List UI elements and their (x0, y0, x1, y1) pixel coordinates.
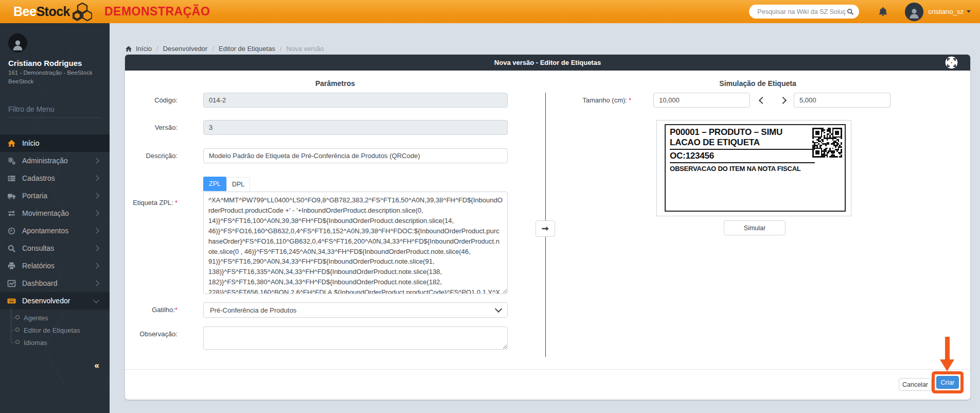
sidebar-item-consultas[interactable]: Consultas (0, 239, 110, 257)
tab-dpl[interactable]: DPL (226, 177, 250, 191)
breadcrumb-item-label: Início (136, 45, 152, 53)
printer-icon (7, 262, 16, 270)
sidebar-item-dashboard[interactable]: Dashboard (0, 274, 110, 292)
qr-code (812, 128, 842, 158)
user-avatar[interactable] (905, 3, 923, 21)
sidebar-avatar (8, 33, 27, 53)
sidebar-item-movimentacao[interactable]: Movimentação (0, 204, 110, 222)
breadcrumb-item-inicio[interactable]: Início (125, 45, 152, 53)
clock-icon (7, 227, 16, 235)
label-height-input[interactable] (794, 93, 890, 108)
home-icon (125, 45, 132, 53)
sidebar-item-label: Consultas (22, 244, 94, 252)
sidebar-subitem-idiomas[interactable]: Idiomas (0, 336, 110, 349)
chevron-right-icon (93, 158, 99, 163)
username[interactable]: cristiano_sz (928, 8, 964, 15)
menu-filter (8, 105, 101, 118)
gatilho-selected-value: Pré-Conferência de Produtos (210, 306, 496, 314)
gatilho-label: Gatilho:* (125, 306, 177, 314)
tab-zpl[interactable]: ZPL (203, 177, 226, 191)
notifications-bell-icon[interactable] (878, 6, 888, 18)
breadcrumb-separator: / (280, 45, 282, 53)
user-menu-caret-icon[interactable] (967, 10, 971, 13)
label-width-input[interactable] (653, 93, 750, 108)
label-divider-line (670, 149, 815, 150)
sidebar-user-env: BeeStock (8, 78, 104, 85)
logo-text-stock: Stock (36, 4, 70, 19)
descricao-input[interactable] (203, 148, 508, 163)
annotation-arrow-head (940, 359, 954, 371)
top-header: BeeStock DEMONSTRAÇÃO cristiano_sz (0, 0, 980, 23)
sidebar-user: Cristiano Rodrigues 161 - Demonstração -… (8, 33, 104, 85)
transfer-arrow-button[interactable] (536, 220, 555, 237)
criar-button[interactable]: Criar (936, 376, 959, 389)
search-icon (7, 244, 16, 253)
menu-filter-input[interactable] (8, 105, 101, 117)
gears-icon (7, 157, 16, 165)
chevron-right-icon (93, 175, 99, 181)
sidebar-item-apontamentos[interactable]: Apontamentos (0, 222, 110, 239)
sidebar-submenu: AgentesEditor de EtiquetasIdiomas (0, 309, 110, 350)
arrow-right-icon (541, 225, 549, 233)
observacao-textarea[interactable] (203, 326, 508, 350)
sidebar-item-relatorios[interactable]: Relatórios (0, 257, 110, 274)
chevron-down-icon (495, 305, 502, 313)
wiki-search (749, 5, 859, 19)
simular-button[interactable]: Simular (724, 220, 786, 235)
sidebar-collapse-button[interactable]: « (95, 360, 99, 371)
sidebar-item-label: Movimentação (22, 209, 94, 217)
chevron-right-icon (779, 96, 787, 104)
sidebar: Cristiano Rodrigues 161 - Demonstração -… (0, 23, 110, 413)
sidebar-item-label: Apontamentos (22, 227, 94, 235)
sidebar-item-label: Dashboard (22, 279, 94, 287)
cancelar-button[interactable]: Cancelar (899, 378, 932, 391)
panel-header: Nova versão - Editor de Etiquetas (125, 55, 970, 71)
sidebar-item-inicio[interactable]: Início (0, 134, 110, 152)
sidebar-item-desenvolvedor[interactable]: Desenvolvedor (0, 292, 110, 309)
etiqueta-zpl-label: Etiqueta ZPL:* (125, 199, 177, 206)
bullet-icon (15, 328, 20, 332)
sidebar-user-company: 161 - Demonstração - BeeStock (8, 69, 104, 76)
search-icon[interactable] (847, 8, 854, 15)
size-chevron-right-button[interactable] (779, 97, 787, 104)
breadcrumb-item-label: Editor de Etiquetas (219, 45, 275, 53)
size-chevron-left-button[interactable] (759, 97, 766, 104)
descricao-label: Descrição: (125, 152, 177, 160)
bullet-icon (15, 315, 20, 319)
sidebar-item-cadastros[interactable]: Cadastros (0, 169, 110, 187)
sidebar-item-label: Cadastros (22, 174, 94, 182)
sidebar-item-label: Portaria (22, 192, 94, 200)
chevron-down-icon (93, 297, 99, 303)
gatilho-select[interactable]: Pré-Conferência de Produtos (203, 302, 508, 318)
honeycomb-icon (73, 3, 92, 21)
environment-label: DEMONSTRAÇÃO (104, 5, 210, 19)
swap-icon (7, 209, 16, 218)
breadcrumb: Início/Desenvolvedor/Editor de Etiquetas… (125, 45, 324, 53)
breadcrumb-item-editor-de-etiquetas[interactable]: Editor de Etiquetas (219, 45, 275, 53)
label-preview-container: P00001 – PRODUTO – SIMU LACAO DE ETIQUET… (656, 120, 851, 216)
versao-label: Versão: (125, 124, 177, 131)
chevron-right-icon (93, 210, 99, 216)
sidebar-menu: InícioAdministraçãoCadastrosPortariaMovi… (0, 134, 110, 350)
chevron-right-icon (93, 280, 99, 286)
sidebar-subitem-editor-de-etiquetas[interactable]: Editor de Etiquetas (0, 324, 110, 336)
sidebar-item-portaria[interactable]: Portaria (0, 187, 110, 204)
wiki-search-input[interactable] (756, 8, 847, 16)
tamanho-label: Tamanho (cm):* (547, 96, 631, 104)
breadcrumb-separator: / (212, 45, 214, 53)
required-asterisk: * (175, 199, 177, 206)
label-language-tabs: ZPL DPL (203, 177, 250, 191)
footer-divider (125, 369, 970, 370)
chevron-right-icon (93, 228, 99, 233)
beestock-logo[interactable]: BeeStock (13, 3, 92, 21)
sidebar-item-label: Relatórios (22, 262, 94, 270)
fullscreen-icon[interactable] (945, 56, 958, 70)
observacao-label: Observação: (125, 330, 177, 338)
annotation-highlight: Criar (932, 371, 964, 393)
breadcrumb-item-desenvolvedor[interactable]: Desenvolvedor (163, 45, 208, 53)
bullet-icon (15, 340, 20, 344)
sidebar-subitem-agentes[interactable]: Agentes (0, 312, 110, 324)
sidebar-item-administracao[interactable]: Administração (0, 152, 110, 169)
zpl-textarea[interactable]: ^XA^MMT^PW799^LL0400^LS0^FO9,8^GB782,383… (203, 192, 508, 294)
codigo-input (203, 93, 508, 108)
